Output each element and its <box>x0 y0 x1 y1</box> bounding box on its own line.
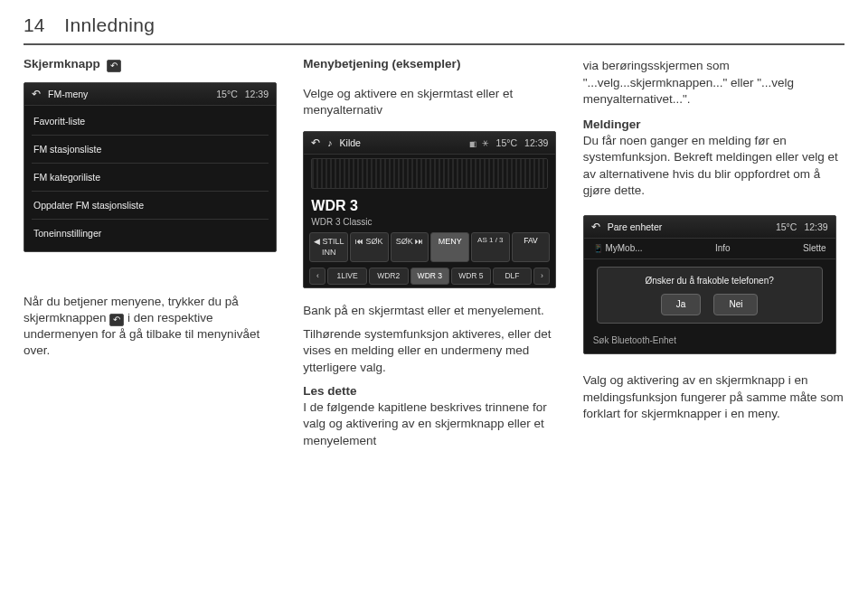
yes-button[interactable]: Ja <box>661 294 702 315</box>
phone-icon: 📱 <box>593 244 603 253</box>
time-label: 12:39 <box>245 88 269 100</box>
back-icon: ↶ <box>109 314 124 326</box>
screenshot-fm-meny: ↶ FM-meny 15°C 12:39 Favoritt-liste FM s… <box>24 82 277 252</box>
column-2: Menybetjening (eksempler) Velge og aktiv… <box>303 56 564 448</box>
menu-item[interactable]: Oppdater FM stasjonsliste <box>32 195 269 215</box>
screenshot-radio: ↶ ♪ Kilde ⚹ 15°C 12:39 WDR 3 WDR 3 Class… <box>303 131 556 288</box>
body-text: via berøringsskjermen som "...velg...skj… <box>583 58 844 108</box>
preset-button[interactable]: WDR 3 <box>410 268 450 285</box>
preset-button[interactable]: WDR 5 <box>451 268 491 285</box>
preset-right-icon[interactable]: › <box>533 268 550 285</box>
shot-title: FM-meny <box>48 88 88 100</box>
kilde-label: Kilde <box>340 136 361 149</box>
station-subtitle: WDR 3 Classic <box>311 216 548 229</box>
as-label[interactable]: AS 1 / 3 <box>471 232 510 261</box>
temp-label: 15°C <box>216 88 237 100</box>
dialog-text: Ønsker du å frakoble telefonen? <box>645 275 773 287</box>
preset-button[interactable]: 1LIVE <box>327 268 367 285</box>
back-icon[interactable]: ↶ <box>591 220 600 234</box>
confirm-dialog: Ønsker du å frakoble telefonen? Ja Nei <box>597 267 823 324</box>
seek-next-button[interactable]: SØK ⏭ <box>391 232 429 261</box>
temp-label: 15°C <box>496 136 517 149</box>
column-3: via berøringsskjermen som "...velg...skj… <box>583 56 844 448</box>
body-text: Tilhørende systemfunksjon aktiveres, ell… <box>303 326 564 376</box>
body-text: Bank på en skjermtast eller et menyeleme… <box>303 303 564 319</box>
screenshot-pare-enheter: ↶ Pare enheter 15°C 12:39 📱 MyMob... Inf… <box>583 215 836 354</box>
body-text: Du får noen ganger en melding før en sys… <box>583 134 838 197</box>
menu-item[interactable]: Favoritt-liste <box>32 111 269 131</box>
back-icon: ↶ <box>107 60 121 72</box>
menu-item[interactable]: FM stasjonsliste <box>32 139 269 159</box>
waveform-icon <box>311 158 548 189</box>
body-text: Velge og aktivere en skjermtast eller et… <box>303 86 564 118</box>
temp-label: 15°C <box>776 221 797 233</box>
skjermknapp-label: Skjermknapp <box>24 57 100 70</box>
time-label: 12:39 <box>804 221 827 233</box>
body-text: Valg og aktivering av en skjermknapp i e… <box>583 372 844 422</box>
note-icon: ♪ <box>327 136 332 149</box>
page-number: 14 <box>24 13 44 38</box>
preset-left-icon[interactable]: ‹ <box>309 268 326 285</box>
signal-icon <box>469 136 475 150</box>
back-icon[interactable]: ↶ <box>32 87 41 101</box>
les-dette-heading: Les dette <box>303 384 356 398</box>
column-1: Skjermknapp ↶ ↶ FM-meny 15°C 12:39 Favor… <box>24 56 285 448</box>
info-label[interactable]: Info <box>715 242 731 255</box>
preset-button[interactable]: WDR2 <box>369 268 409 285</box>
page-title: Innledning <box>64 13 155 38</box>
meldinger-heading: Meldinger <box>583 117 641 131</box>
section-heading: Menybetjening (eksempler) <box>303 56 564 72</box>
shot-title: Pare enheter <box>608 221 663 233</box>
seek-prev-button[interactable]: ⏮ SØK <box>350 232 389 261</box>
preset-button[interactable]: DLF <box>493 268 533 285</box>
no-button[interactable]: Nei <box>713 294 758 315</box>
body-text: I de følgende kapitlene beskrives trinne… <box>303 400 546 446</box>
meny-button[interactable]: MENY <box>430 232 469 261</box>
back-icon[interactable]: ↶ <box>311 136 320 150</box>
search-bt-label[interactable]: Søk Bluetooth-Enhet <box>584 331 835 354</box>
station-name: WDR 3 <box>311 196 548 216</box>
header-rule <box>24 43 844 45</box>
menu-item[interactable]: FM kategoriliste <box>32 167 269 187</box>
time-label: 12:39 <box>524 136 548 149</box>
bluetooth-icon: ⚹ <box>482 137 489 148</box>
device-name: MyMob... <box>605 243 642 253</box>
fav-button[interactable]: FAV <box>512 232 551 261</box>
delete-label[interactable]: Slette <box>803 242 826 255</box>
menu-item[interactable]: Toneinnstillinger <box>32 223 269 243</box>
still-inn-button[interactable]: ◀ STILL INN <box>309 232 348 261</box>
